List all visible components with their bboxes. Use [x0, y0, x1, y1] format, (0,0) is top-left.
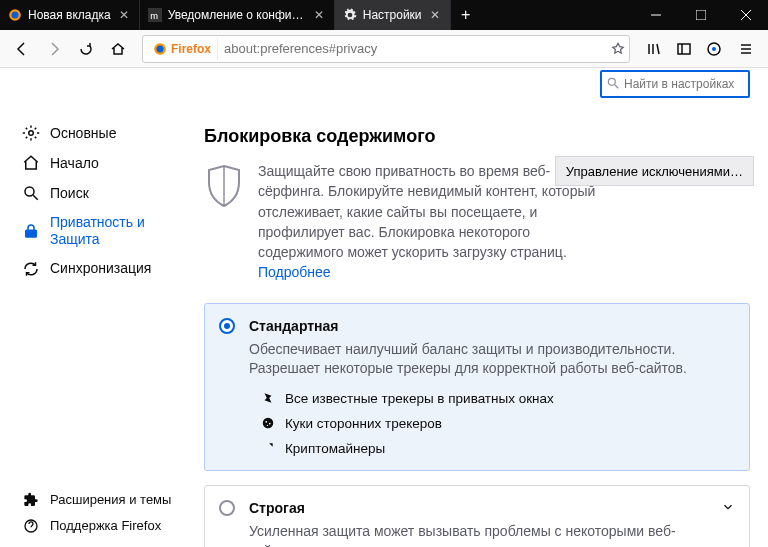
section-heading: Блокировка содержимого — [204, 126, 750, 147]
sidebar-item-support[interactable]: Поддержка Firefox — [14, 513, 190, 539]
sidebar-label: Поддержка Firefox — [50, 518, 161, 534]
svg-point-25 — [265, 421, 267, 423]
svg-rect-20 — [26, 230, 37, 237]
tracker-icon — [261, 391, 275, 405]
svg-point-1 — [12, 12, 19, 19]
maximize-button[interactable] — [678, 0, 723, 30]
cookie-icon — [261, 416, 275, 430]
tab-label: Уведомление о конфиденциа — [168, 8, 306, 22]
sidebar-button[interactable] — [670, 35, 698, 63]
reload-button[interactable] — [72, 35, 100, 63]
preferences-main: Блокировка содержимого Управление исключ… — [180, 68, 768, 547]
svg-line-23 — [615, 85, 619, 89]
svg-point-9 — [157, 45, 164, 52]
option-standard[interactable]: Стандартная Обеспечивает наилучший балан… — [204, 303, 750, 471]
sidebar-item-privacy[interactable]: Приватность и Защита — [14, 208, 180, 254]
chevron-down-icon[interactable] — [721, 500, 735, 514]
option-title: Строгая — [249, 500, 733, 516]
svg-point-22 — [608, 78, 615, 85]
sidebar-item-extensions[interactable]: Расширения и темы — [14, 487, 190, 513]
sidebar-item-general[interactable]: Основные — [14, 118, 180, 148]
feature-item: Куки сторонних трекеров — [261, 416, 733, 431]
tab-favicon: m — [148, 8, 162, 22]
feature-item: Все известные трекеры в приватных окнах — [261, 391, 733, 406]
home-button[interactable] — [104, 35, 132, 63]
sidebar-item-search[interactable]: Поиск — [14, 178, 180, 208]
sidebar-item-home[interactable]: Начало — [14, 148, 180, 178]
radio-standard[interactable] — [219, 318, 235, 334]
firefox-icon — [8, 8, 22, 22]
manage-exceptions-button[interactable]: Управление исключениями… — [555, 156, 754, 186]
option-title: Стандартная — [249, 318, 733, 334]
svg-point-17 — [29, 131, 34, 136]
feature-label: Куки сторонних трекеров — [285, 416, 442, 431]
forward-button[interactable] — [40, 35, 68, 63]
cryptominer-icon — [261, 441, 275, 455]
option-strict[interactable]: Строгая Усиленная защита может вызывать … — [204, 485, 750, 547]
close-icon[interactable]: ✕ — [312, 8, 326, 22]
section-description: Защищайте свою приватность во время веб-… — [258, 161, 598, 262]
tab-notice[interactable]: m Уведомление о конфиденциа ✕ — [140, 0, 335, 30]
back-button[interactable] — [8, 35, 36, 63]
svg-rect-5 — [696, 10, 706, 20]
sidebar-label: Начало — [50, 155, 99, 172]
tab-settings[interactable]: Настройки ✕ — [335, 0, 451, 30]
gear-icon — [343, 8, 357, 22]
tab-new[interactable]: Новая вкладка ✕ — [0, 0, 140, 30]
sidebar-label: Синхронизация — [50, 260, 151, 277]
tab-label: Новая вкладка — [28, 8, 111, 22]
menu-button[interactable] — [732, 35, 760, 63]
option-description: Усиленная защита может вызывать проблемы… — [249, 522, 733, 547]
sidebar-label: Основные — [50, 125, 116, 142]
toolbar: Firefox about:preferences#privacy — [0, 30, 768, 68]
puzzle-icon — [22, 491, 40, 509]
sidebar-label: Поиск — [50, 185, 89, 202]
firefox-icon — [153, 42, 167, 56]
close-icon[interactable]: ✕ — [428, 8, 442, 22]
option-description: Обеспечивает наилучший баланс защиты и п… — [249, 340, 733, 379]
minimize-button[interactable] — [633, 0, 678, 30]
sidebar-item-sync[interactable]: Синхронизация — [14, 254, 180, 284]
svg-text:m: m — [150, 11, 158, 21]
preferences-sidebar: Основные Начало Поиск Приватность и Защи… — [0, 68, 180, 547]
learn-more-link[interactable]: Подробнее — [258, 262, 598, 282]
identity-box[interactable]: Firefox — [147, 38, 218, 60]
svg-point-26 — [269, 423, 271, 425]
close-icon[interactable]: ✕ — [117, 8, 131, 22]
home-icon — [22, 154, 40, 172]
feature-label: Криптомайнеры — [285, 441, 385, 456]
urlbar[interactable]: Firefox about:preferences#privacy — [142, 35, 630, 63]
library-button[interactable] — [640, 35, 668, 63]
sidebar-label: Расширения и темы — [50, 492, 171, 508]
titlebar: Новая вкладка ✕ m Уведомление о конфиден… — [0, 0, 768, 30]
svg-point-13 — [712, 47, 716, 51]
new-tab-button[interactable]: + — [451, 0, 481, 30]
tab-label: Настройки — [363, 8, 422, 22]
svg-point-24 — [263, 418, 274, 429]
svg-rect-10 — [678, 44, 690, 54]
sync-icon — [22, 260, 40, 278]
svg-point-18 — [25, 187, 34, 196]
search-input[interactable] — [600, 70, 750, 98]
close-window-button[interactable] — [723, 0, 768, 30]
lock-icon — [22, 222, 40, 240]
gear-icon — [22, 124, 40, 142]
feature-label: Все известные трекеры в приватных окнах — [285, 391, 554, 406]
radio-strict[interactable] — [219, 500, 235, 516]
feature-item: Криптомайнеры — [261, 441, 733, 456]
search-icon — [22, 184, 40, 202]
shield-icon — [204, 163, 244, 283]
search-icon — [606, 76, 620, 90]
extensions-button[interactable] — [700, 35, 728, 63]
svg-line-19 — [33, 195, 38, 200]
sidebar-label: Приватность и Защита — [50, 214, 172, 248]
bookmark-star-icon[interactable] — [611, 42, 625, 56]
identity-label: Firefox — [171, 42, 211, 56]
help-icon — [22, 517, 40, 535]
url-text: about:preferences#privacy — [224, 41, 605, 56]
svg-point-27 — [267, 425, 268, 426]
